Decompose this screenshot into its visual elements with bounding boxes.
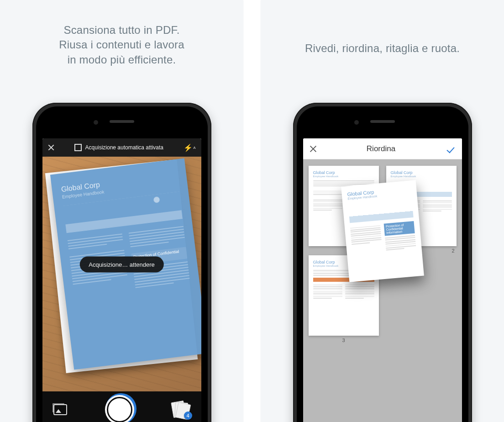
phone-screen-right: Riordina Global Corp Employee Handbook <box>303 138 462 422</box>
phone-screen-left: Acquisizione automatica attivata ⚡A Glob… <box>42 138 201 422</box>
autocapture-icon[interactable] <box>74 144 82 151</box>
thumb-title: Global Corp <box>391 170 452 175</box>
thumb-subtitle: Employee Handbook <box>391 175 452 178</box>
gallery-icon[interactable] <box>53 404 67 415</box>
thumb-subtitle: Employee Handbook <box>313 175 374 178</box>
capture-toast: Acquisizione… attendere <box>79 257 164 273</box>
reorder-title: Riordina <box>367 144 395 153</box>
floating-section-heading: Protection of Confidential Information <box>383 221 415 236</box>
confirm-icon[interactable] <box>446 145 456 153</box>
close-icon[interactable] <box>48 144 54 151</box>
thumb-title: Global Corp <box>313 170 374 175</box>
flash-icon[interactable]: ⚡A <box>184 143 195 152</box>
thumbnail-stack[interactable]: 4 <box>172 401 190 418</box>
camera-viewport: Global Corp Employee Handbook <box>42 157 201 391</box>
screenshot-panel-left: Scansiona tutto in PDF. Riusa i contenut… <box>0 0 243 422</box>
shutter-button[interactable] <box>107 397 132 422</box>
headline-left: Scansiona tutto in PDF. Riusa i contenut… <box>0 0 243 67</box>
close-icon[interactable] <box>310 145 317 153</box>
camera-bottombar: 4 <box>42 391 201 422</box>
reorder-topbar: Riordina <box>303 138 462 159</box>
phone-frame-left: Acquisizione automatica attivata ⚡A Glob… <box>32 103 211 422</box>
camera-topbar: Acquisizione automatica attivata ⚡A <box>42 138 201 157</box>
autocapture-label[interactable]: Acquisizione automatica attivata <box>85 144 163 151</box>
floating-page-drag[interactable]: Global Corp Employee Handbook Protection… <box>341 180 424 282</box>
thumbnail-count-badge: 4 <box>184 411 192 420</box>
page-number: 3 <box>309 338 379 343</box>
reorder-body: Global Corp Employee Handbook Global Cor… <box>303 159 462 422</box>
skyline-graphic <box>348 197 413 223</box>
phone-frame-right: Riordina Global Corp Employee Handbook <box>293 103 472 422</box>
screenshot-panel-right: Rivedi, riordina, ritaglia e ruota. Rior… <box>261 0 504 422</box>
headline-right: Rivedi, riordina, ritaglia e ruota. <box>261 0 504 56</box>
